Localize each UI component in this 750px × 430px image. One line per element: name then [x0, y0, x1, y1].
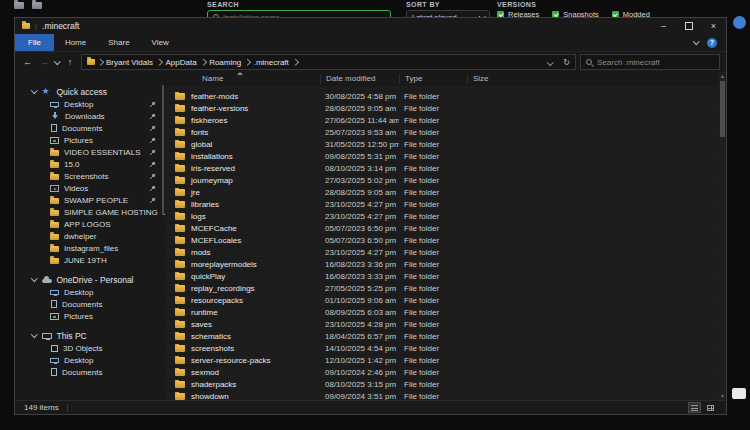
chevron-down-icon[interactable] [31, 87, 37, 93]
scroll-down-icon[interactable]: ▼ [720, 392, 725, 400]
address-bar[interactable]: Bryant VidalsAppDataRoaming.minecraft ↻ [81, 54, 577, 70]
breadcrumb-separator-icon[interactable] [156, 59, 162, 65]
details-view-button[interactable] [688, 402, 701, 413]
sidebar-item[interactable]: JUNE 19TH [15, 254, 165, 266]
minimize-button[interactable]: – [651, 18, 676, 34]
file-row[interactable]: replay_recordings 27/05/2025 5:25 pm Fil… [165, 283, 719, 294]
folder-icon[interactable] [32, 2, 42, 9]
file-date: 27/06/2025 11:44 am [320, 116, 399, 125]
file-row[interactable]: iris-reserved 08/10/2025 3:14 pm File fo… [165, 163, 719, 174]
close-button[interactable]: × [701, 18, 726, 34]
sidebar-item[interactable]: Desktop [15, 286, 165, 298]
thumbnails-view-button[interactable] [704, 402, 717, 413]
ribbon-tab-view[interactable]: View [141, 34, 180, 51]
titlebar[interactable]: | .minecraft – × [15, 18, 726, 34]
ribbon-tab-share[interactable]: Share [97, 34, 140, 51]
sidebar-scrollbar[interactable] [162, 85, 164, 215]
file-row[interactable]: feather-versions 28/08/2025 9:05 am File… [165, 103, 719, 114]
sidebar-section-header[interactable]: This PC [15, 329, 165, 342]
sidebar-item-label: SWAMP PEOPLE [64, 196, 128, 205]
sidebar-item[interactable]: Documents [15, 366, 165, 378]
sidebar-item[interactable]: Documents [15, 298, 165, 310]
sidebar-item[interactable]: SIMPLE GAME HOSTING [15, 206, 165, 218]
sidebar-item[interactable]: Desktop [15, 354, 165, 366]
sidebar-item[interactable]: Desktop [15, 98, 165, 110]
file-row[interactable]: jre 28/08/2025 9:05 am File folder [165, 187, 719, 198]
file-row[interactable]: runtime 08/09/2025 6:03 am File folder [165, 307, 719, 318]
column-header-date-modified[interactable]: Date modified [320, 74, 399, 84]
file-row[interactable]: server-resource-packs 12/10/2025 1:42 pm… [165, 355, 719, 366]
sidebar-item[interactable]: 3D Objects [15, 342, 165, 354]
address-dropdown-icon[interactable] [547, 59, 553, 65]
breadcrumb-segment[interactable]: Roaming [208, 58, 242, 67]
file-row[interactable]: journeymap 27/03/2025 5:02 pm File folde… [165, 175, 719, 186]
file-row[interactable]: feather-mods 30/08/2025 4:58 pm File fol… [165, 91, 719, 102]
sidebar-item[interactable]: Documents [15, 122, 165, 134]
breadcrumb-separator-icon[interactable] [200, 59, 206, 65]
file-row[interactable]: libraries 23/10/2025 4:27 pm File folder [165, 199, 719, 210]
help-icon[interactable]: ? [707, 38, 717, 48]
column-header-name[interactable]: Name [165, 74, 320, 84]
chevron-down-icon[interactable] [31, 275, 37, 281]
breadcrumb-separator-icon[interactable] [292, 59, 298, 65]
breadcrumb-separator-icon[interactable] [97, 59, 103, 65]
forward-button[interactable]: → [38, 57, 51, 67]
breadcrumb-separator-icon[interactable] [244, 59, 250, 65]
file-row[interactable]: quickPlay 16/08/2023 3:33 pm File folder [165, 271, 719, 282]
breadcrumb-segment[interactable]: .minecraft [253, 58, 290, 67]
file-name: fonts [191, 128, 208, 137]
ribbon-tab-home[interactable]: Home [54, 34, 97, 51]
file-row[interactable]: moreplayermodels 16/08/2023 3:36 pm File… [165, 259, 719, 270]
expand-ribbon-icon[interactable] [693, 38, 699, 44]
breadcrumb-segment[interactable]: AppData [165, 58, 198, 67]
sidebar-item[interactable]: Pictures [15, 310, 165, 322]
sidebar-item[interactable]: SWAMP PEOPLE [15, 194, 165, 206]
file-row[interactable]: shaderpacks 08/10/2025 3:15 pm File fold… [165, 379, 719, 390]
maximize-button[interactable] [676, 18, 701, 34]
profile-avatar[interactable] [733, 16, 746, 29]
recent-locations-icon[interactable] [54, 58, 60, 64]
sidebar-item[interactable]: 15.0 [15, 158, 165, 170]
sidebar-item[interactable]: Pictures [15, 134, 165, 146]
sidebar-section-header[interactable]: Quick access [15, 85, 165, 98]
file-row[interactable]: global 31/05/2025 12:50 pm File folder [165, 139, 719, 150]
ribbon-tab-file[interactable]: File [15, 34, 54, 51]
refresh-icon[interactable]: ↻ [563, 58, 570, 67]
scrollbar-thumb[interactable] [720, 81, 725, 137]
sidebar-item-icon [50, 137, 59, 144]
sidebar-item[interactable]: Downloads [15, 110, 165, 122]
partial-file-row[interactable] [165, 86, 719, 90]
file-row[interactable]: fonts 25/07/2023 9:53 am File folder [165, 127, 719, 138]
sidebar-section-header[interactable]: OneDrive - Personal [15, 273, 165, 286]
sidebar-item[interactable]: Instagram_files [15, 242, 165, 254]
file-row[interactable]: schematics 18/04/2025 6:57 pm File folde… [165, 331, 719, 342]
back-button[interactable]: ← [21, 57, 34, 67]
file-row[interactable]: logs 23/10/2025 4:27 pm File folder [165, 211, 719, 222]
up-button[interactable]: ↑ [64, 57, 77, 67]
sidebar-item[interactable]: dwhelper [15, 230, 165, 242]
scroll-up-icon[interactable]: ▲ [720, 72, 725, 80]
sidebar-item[interactable]: APP LOGOS [15, 218, 165, 230]
file-row[interactable]: fiskheroes 27/06/2025 11:44 am File fold… [165, 115, 719, 126]
folder-icon[interactable] [14, 2, 24, 9]
file-row[interactable]: mods 23/10/2025 4:27 pm File folder [165, 247, 719, 258]
file-row[interactable]: installations 09/08/2025 5:31 pm File fo… [165, 151, 719, 162]
background-widget[interactable] [732, 388, 746, 399]
file-row[interactable]: sexmod 09/10/2024 2:46 pm File folder [165, 367, 719, 378]
sidebar-item[interactable]: Screenshots [15, 170, 165, 182]
file-row[interactable]: MCEFCache 05/07/2023 6:50 pm File folder [165, 223, 719, 234]
explorer-search-input[interactable]: Search .minecraft [580, 54, 720, 70]
column-header-size[interactable]: Size [467, 74, 537, 84]
breadcrumb-segment[interactable]: Bryant Vidals [105, 58, 154, 67]
file-row[interactable]: showdown 09/09/2024 3:51 pm File folder [165, 391, 719, 400]
sidebar-section-label: This PC [57, 331, 87, 341]
file-row[interactable]: saves 23/10/2025 4:28 pm File folder [165, 319, 719, 330]
sidebar-item[interactable]: VIDEO ESSENTIALS [15, 146, 165, 158]
file-row[interactable]: screenshots 14/10/2025 4:54 pm File fold… [165, 343, 719, 354]
file-row[interactable]: MCEFLocales 05/07/2023 6:50 pm File fold… [165, 235, 719, 246]
chevron-down-icon[interactable] [31, 331, 37, 337]
vertical-scrollbar[interactable]: ▲ ▼ [719, 72, 726, 400]
column-header-type[interactable]: Type [399, 74, 467, 84]
file-row[interactable]: resourcepacks 01/10/2025 9:06 am File fo… [165, 295, 719, 306]
sidebar-item[interactable]: Videos [15, 182, 165, 194]
